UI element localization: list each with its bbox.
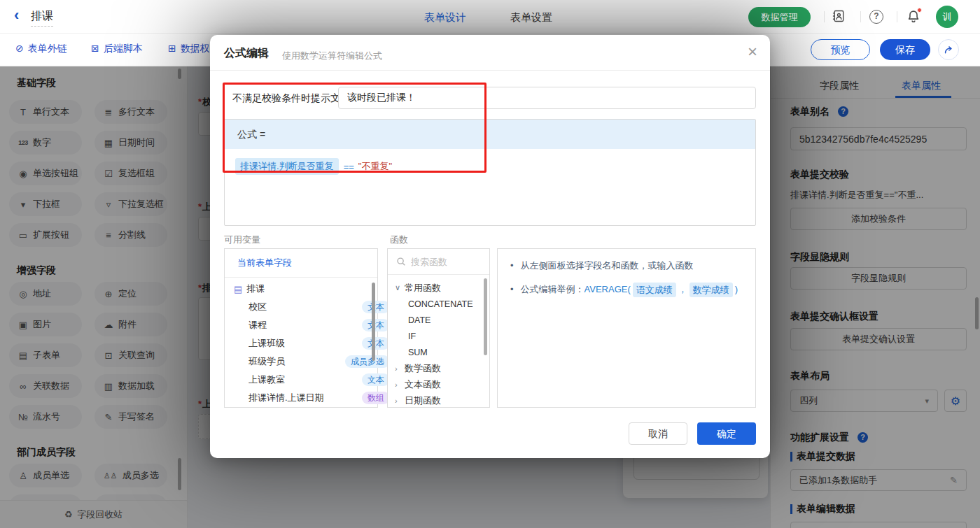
function-name: SUM <box>408 348 428 357</box>
example-close-paren: ) <box>735 283 738 296</box>
alert-text-label: 不满足校验条件时提示文字: <box>232 92 353 105</box>
function-name: IF <box>408 331 416 341</box>
function-item[interactable]: IF <box>395 328 416 344</box>
back-button[interactable]: ‹ <box>14 7 19 24</box>
function-item[interactable]: SUM <box>395 344 428 360</box>
function-name: CONCATENATE <box>408 299 473 309</box>
tips-panel: • 从左侧面板选择字段名和函数，或输入函数 • 公式编辑举例： AVERAGE(… <box>497 248 756 408</box>
toolbar-item-external-link[interactable]: ⊘表单外链 <box>15 43 67 55</box>
type-badge: 文本 <box>362 373 390 386</box>
functions-section-label: 函数 <box>390 234 408 246</box>
tip-line: • 从左侧面板选择字段名和函数，或输入函数 <box>509 259 694 272</box>
toolbar-item-backend-script[interactable]: ⊠后端脚本 <box>91 43 143 55</box>
divider <box>210 70 770 71</box>
variable-row[interactable]: 上课班级文本 <box>248 334 401 352</box>
function-group-date[interactable]: ›日期函数 <box>395 392 441 408</box>
formula-editor[interactable]: 公式 = 排课详情.判断是否重复 == "不重复" <box>224 119 756 226</box>
example-function: AVERAGE( <box>584 283 631 296</box>
variable-name: 班级学员 <box>248 355 285 368</box>
functions-panel: ∨常用函数 CONCATENATE DATE IF SUM ›数学函数 ›文本函… <box>387 248 490 408</box>
function-group-text[interactable]: ›文本函数 <box>395 376 441 392</box>
variable-row[interactable]: 班级学员成员多选 <box>248 352 401 371</box>
example-field-tag: 语文成绩 <box>633 283 676 297</box>
formula-field-tag[interactable]: 排课详情.判断是否重复 <box>235 158 339 175</box>
variable-row[interactable]: 校区文本 <box>248 298 401 316</box>
confirm-button[interactable]: 确定 <box>697 422 756 445</box>
type-badge: 成员多选 <box>345 355 390 368</box>
formula-string-value: "不重复" <box>358 160 392 173</box>
root-node-label: 排课 <box>246 283 265 295</box>
document-icon: ▤ <box>234 284 242 294</box>
chevron-right-icon: › <box>395 380 405 389</box>
divider <box>225 277 377 278</box>
search-icon <box>396 257 406 266</box>
page-title: 排课 <box>31 9 53 27</box>
variable-name: 排课详情.上课日期 <box>248 392 324 404</box>
variables-panel: 当前表单字段 ▤ 排课 校区文本 课程文本 上课班级文本 班级学员成员多选 上课… <box>224 248 378 408</box>
function-search[interactable] <box>388 249 489 275</box>
bullet: • <box>510 259 514 272</box>
function-group-common[interactable]: ∨常用函数 <box>395 280 441 296</box>
divider <box>860 11 861 22</box>
variables-scrollbar-thumb[interactable] <box>372 283 375 361</box>
notification-badge <box>917 8 922 13</box>
toolbar-item-label: 后端脚本 <box>104 43 143 54</box>
modal-title: 公式编辑 <box>224 46 269 61</box>
help-icon[interactable]: ? <box>869 10 883 24</box>
group-label: 日期函数 <box>405 394 441 407</box>
tab-form-settings[interactable]: 表单设置 <box>510 11 552 24</box>
toolbar-item-label: 表单外链 <box>28 43 67 54</box>
group-label: 数学函数 <box>405 362 441 375</box>
variables-section-label: 可用变量 <box>224 234 260 246</box>
variable-row[interactable]: 排课详情.上课日期数组 <box>248 389 401 407</box>
function-name: DATE <box>408 315 430 325</box>
variable-name: 课程 <box>248 319 267 331</box>
example-separator: ， <box>678 283 687 296</box>
type-badge: 文本 <box>362 319 390 331</box>
modal-subtitle: 使用数学运算符编辑公式 <box>282 50 382 62</box>
variable-name: 校区 <box>248 301 267 313</box>
top-bar: ‹ 排课 表单设计 表单设置 数据管理 ? 训 <box>0 0 980 34</box>
data-manage-button[interactable]: 数据管理 <box>748 7 811 27</box>
formula-prefix: 公式 = <box>237 129 265 140</box>
cancel-button[interactable]: 取消 <box>629 422 687 445</box>
share-arrow-icon <box>943 44 955 56</box>
function-item[interactable]: DATE <box>395 312 430 328</box>
script-icon: ⊠ <box>91 43 99 54</box>
group-label: 文本函数 <box>405 378 441 391</box>
variable-row[interactable]: 课程文本 <box>248 316 401 334</box>
current-form-fields-tab[interactable]: 当前表单字段 <box>237 257 292 269</box>
tip-example-line: • 公式编辑举例： AVERAGE( 语文成绩 ， 数学成绩 ) <box>509 283 738 297</box>
type-badge: 文本 <box>362 337 390 350</box>
tip-example-prefix: 公式编辑举例： <box>521 283 584 296</box>
variable-row[interactable]: 上课教室文本 <box>248 371 401 389</box>
save-button[interactable]: 保存 <box>880 39 930 60</box>
function-item[interactable]: CONCATENATE <box>395 296 473 312</box>
variable-name: 上课教室 <box>248 373 285 386</box>
close-icon[interactable]: × <box>748 42 757 62</box>
bullet: • <box>510 283 514 296</box>
example-field-tag: 数学成绩 <box>690 283 733 297</box>
alert-text-input[interactable] <box>338 87 756 109</box>
formula-expression: 排课详情.判断是否重复 == "不重复" <box>235 158 392 175</box>
link-icon: ⊘ <box>15 43 24 54</box>
function-search-input[interactable] <box>411 257 481 267</box>
chevron-right-icon: › <box>395 364 405 373</box>
data-permission-icon: ⊞ <box>168 43 176 54</box>
variable-name: 上课班级 <box>248 337 285 350</box>
formula-prefix-bar: 公式 = <box>225 120 755 149</box>
group-label: 常用函数 <box>405 282 441 294</box>
avatar[interactable]: 训 <box>936 6 958 28</box>
type-badge: 数组 <box>362 392 390 404</box>
share-button[interactable] <box>938 39 959 60</box>
contacts-icon[interactable] <box>832 9 846 26</box>
type-badge: 文本 <box>362 301 390 313</box>
formula-edit-modal: 公式编辑 使用数学运算符编辑公式 × 不满足校验条件时提示文字: 公式 = 排课… <box>210 35 770 458</box>
divider <box>824 11 825 22</box>
functions-scrollbar-thumb[interactable] <box>484 278 487 355</box>
preview-button[interactable]: 预览 <box>811 39 870 60</box>
tab-form-design[interactable]: 表单设计 <box>424 11 466 24</box>
variables-root-node[interactable]: ▤ 排课 <box>234 280 386 298</box>
tip-text: 从左侧面板选择字段名和函数，或输入函数 <box>521 259 694 272</box>
function-group-math[interactable]: ›数学函数 <box>395 360 441 376</box>
